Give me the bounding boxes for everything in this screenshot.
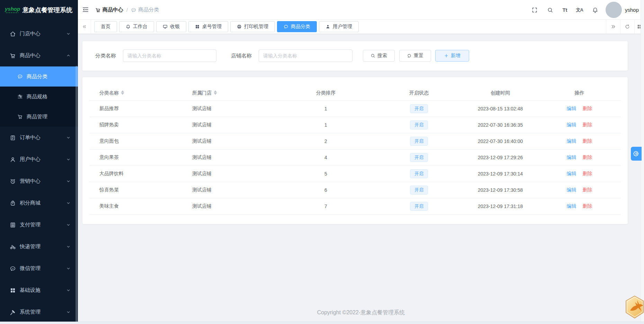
- search-button-label: 搜索: [377, 53, 387, 59]
- search-button[interactable]: 搜索: [363, 50, 395, 62]
- printer-icon: [237, 24, 242, 29]
- sidebar: yshop 意象点餐管理系统 门店中心 商品中心 商品分类: [0, 0, 78, 324]
- tabs-scroll-right-icon[interactable]: [606, 20, 620, 34]
- column-header-label: 开启状态: [409, 90, 429, 96]
- delete-link[interactable]: 删除: [583, 154, 592, 161]
- add-button[interactable]: 新增: [435, 50, 469, 62]
- tabs-scroll-left-icon[interactable]: [78, 20, 91, 34]
- breadcrumb-goods-center[interactable]: 商品中心: [95, 7, 123, 13]
- sidebar-item-express-manage[interactable]: 快递管理: [0, 236, 78, 258]
- user-icon: [325, 24, 330, 29]
- avatar[interactable]: [606, 2, 622, 18]
- search-icon[interactable]: [547, 0, 554, 20]
- table-row: 招牌热卖 测试店铺 1 开启 2022-07-30 16:36:35 编辑删除: [89, 117, 621, 133]
- delete-link[interactable]: 删除: [583, 171, 592, 177]
- grid-icon: [10, 287, 16, 294]
- tab-printer-manage[interactable]: 打印机管理: [230, 21, 275, 32]
- edit-link[interactable]: 编辑: [567, 171, 576, 177]
- chevron-down-icon: [66, 158, 70, 161]
- tab-home[interactable]: 首页: [94, 21, 117, 32]
- delete-link[interactable]: 删除: [583, 138, 592, 144]
- edit-link[interactable]: 编辑: [567, 106, 576, 112]
- tab-label: 收银: [170, 24, 180, 30]
- topbar-actions: Tt 文A yshop: [531, 0, 644, 20]
- copyright: Copyright ©2022-意象点餐管理系统: [78, 309, 644, 316]
- sidebar-item-wechat-manage[interactable]: 微信管理: [0, 258, 78, 279]
- cell-sort-order: 2: [276, 138, 375, 144]
- status-badge[interactable]: 开启: [410, 186, 428, 195]
- translate-icon[interactable]: 文A: [576, 0, 583, 20]
- shop-name-input[interactable]: [259, 50, 352, 62]
- cell-category-name: 意向面包: [89, 138, 182, 144]
- delete-link[interactable]: 删除: [583, 106, 592, 112]
- sidebar-item-payment-manage[interactable]: 支付管理: [0, 214, 78, 236]
- chevron-up-icon: [66, 54, 70, 57]
- edit-link[interactable]: 编辑: [567, 187, 576, 193]
- status-badge[interactable]: 开启: [410, 104, 428, 113]
- cart-icon: [10, 53, 16, 59]
- sidebar-item-system-manage[interactable]: 系统管理: [0, 301, 78, 323]
- column-header-shop[interactable]: 所属门店: [182, 90, 276, 96]
- sidebar-item-points-mall[interactable]: 积分商城: [0, 192, 78, 214]
- notification-bell-icon[interactable]: [592, 0, 599, 20]
- sidebar-item-marketing-center[interactable]: 营销中心: [0, 170, 78, 192]
- tags-view-bar: 首页 工作台 收银 桌号管理 打印机管理 商品分类 用户管理: [78, 20, 644, 34]
- column-header-category-name[interactable]: 分类名称: [89, 90, 182, 96]
- tab-table-manage[interactable]: 桌号管理: [188, 21, 228, 32]
- edit-link[interactable]: 编辑: [567, 122, 576, 128]
- delete-link[interactable]: 删除: [583, 187, 592, 193]
- sidebar-item-goods-center[interactable]: 商品中心: [0, 45, 78, 66]
- plus-icon: [444, 53, 449, 58]
- font-size-icon[interactable]: Tt: [562, 0, 567, 20]
- status-badge[interactable]: 开启: [410, 202, 428, 211]
- sidebar-scrollbar-thumb[interactable]: [75, 66, 78, 322]
- hummingbird-extension-badge[interactable]: [625, 295, 644, 319]
- edit-link[interactable]: 编辑: [567, 138, 576, 144]
- cell-category-name: 招牌热卖: [89, 122, 182, 128]
- logo[interactable]: yshop 意象点餐管理系统: [0, 0, 78, 20]
- horizontal-scrollbar-track[interactable]: [0, 322, 644, 324]
- sidebar-item-store-center[interactable]: 门店中心: [0, 23, 78, 45]
- sort-icon[interactable]: [121, 90, 124, 95]
- tab-cashier[interactable]: 收银: [156, 21, 186, 32]
- table-row: 意向果茶 测试店铺 4 开启 2023-12-09 17:29:26 编辑删除: [89, 150, 621, 166]
- username[interactable]: yshop: [625, 7, 639, 13]
- cart-icon: [95, 7, 101, 13]
- edit-link[interactable]: 编辑: [567, 154, 576, 161]
- sidebar-item-user-center[interactable]: 用户中心: [0, 148, 78, 170]
- reset-button[interactable]: 重置: [399, 50, 431, 62]
- cell-sort-order: 4: [276, 155, 375, 160]
- refresh-icon[interactable]: [620, 20, 634, 34]
- sidebar-item-label: 快递管理: [20, 243, 41, 250]
- breadcrumb-goods-category: 商品分类: [131, 7, 159, 13]
- delete-link[interactable]: 删除: [583, 203, 592, 209]
- sidebar-item-label: 商品分类: [27, 73, 47, 80]
- sort-icon[interactable]: [214, 90, 217, 95]
- cell-created: 2022-07-30 16:36:35: [463, 122, 538, 128]
- sidebar-item-order-center[interactable]: 订单中心: [0, 127, 78, 148]
- cell-status: 开启: [375, 120, 463, 129]
- vertical-scrollbar-track[interactable]: [641, 0, 644, 324]
- font-size-icon-label: Tt: [562, 7, 567, 13]
- tab-goods-category[interactable]: 商品分类: [277, 21, 317, 32]
- fullscreen-icon[interactable]: [531, 0, 538, 20]
- settings-fab[interactable]: [631, 147, 642, 161]
- category-name-input[interactable]: [123, 50, 216, 62]
- status-badge[interactable]: 开启: [410, 120, 428, 129]
- status-badge[interactable]: 开启: [410, 169, 428, 178]
- tab-user-manage[interactable]: 用户管理: [319, 21, 359, 32]
- shop-name-label: 店铺名称: [231, 53, 252, 59]
- status-badge[interactable]: 开启: [410, 153, 428, 162]
- sidebar-item-goods-category[interactable]: 商品分类: [0, 66, 78, 87]
- hamburger-icon[interactable]: [82, 6, 89, 13]
- tab-workbench[interactable]: 工作台: [119, 21, 154, 32]
- edit-link[interactable]: 编辑: [567, 203, 576, 209]
- cell-shop: 测试店铺: [182, 106, 276, 112]
- sidebar-item-goods-manage[interactable]: 商品管理: [0, 107, 78, 127]
- column-header-sort-order: 分类排序: [276, 90, 375, 96]
- sidebar-item-goods-spec[interactable]: 商品规格: [0, 87, 78, 107]
- delete-link[interactable]: 删除: [583, 122, 592, 128]
- sidebar-item-infrastructure[interactable]: 基础设施: [0, 279, 78, 301]
- status-badge[interactable]: 开启: [410, 137, 428, 146]
- chat-dots-icon: [17, 74, 23, 79]
